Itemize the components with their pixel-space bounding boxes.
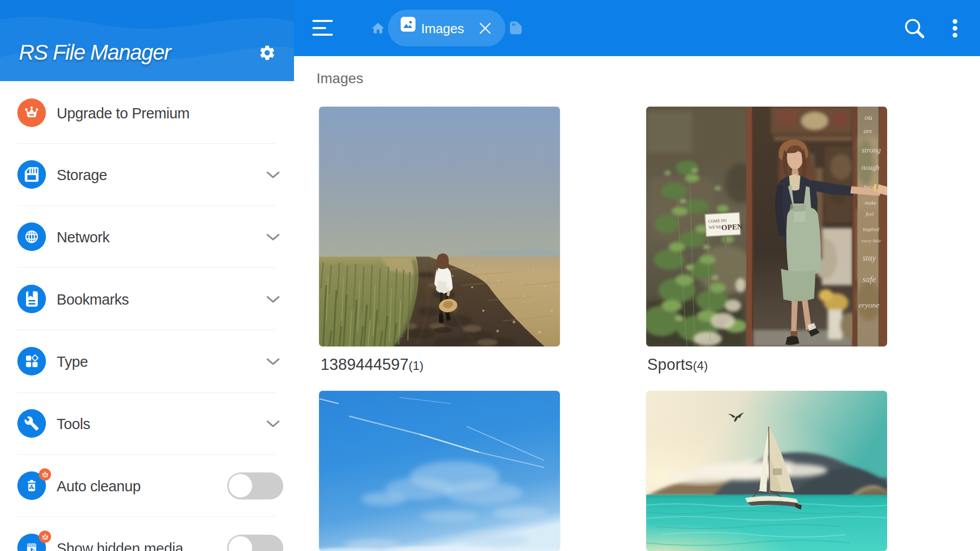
svg-text:stay: stay	[863, 254, 876, 263]
svg-text:every little: every little	[862, 238, 881, 243]
svg-text:make: make	[865, 199, 876, 206]
svg-text:inspired: inspired	[863, 227, 879, 232]
svg-text:are: are	[864, 127, 872, 135]
svg-text:nough: nough	[862, 164, 879, 171]
svg-text:safe: safe	[863, 275, 876, 284]
svg-text:COME IN!: COME IN!	[708, 218, 727, 224]
svg-text:feel: feel	[866, 211, 874, 217]
svg-text:ou: ou	[865, 113, 872, 121]
svg-text:WE’RE: WE’RE	[708, 224, 722, 230]
svg-text:OPEN: OPEN	[721, 222, 743, 232]
svg-text:strong: strong	[862, 146, 881, 154]
svg-text:eryone: eryone	[859, 301, 879, 309]
